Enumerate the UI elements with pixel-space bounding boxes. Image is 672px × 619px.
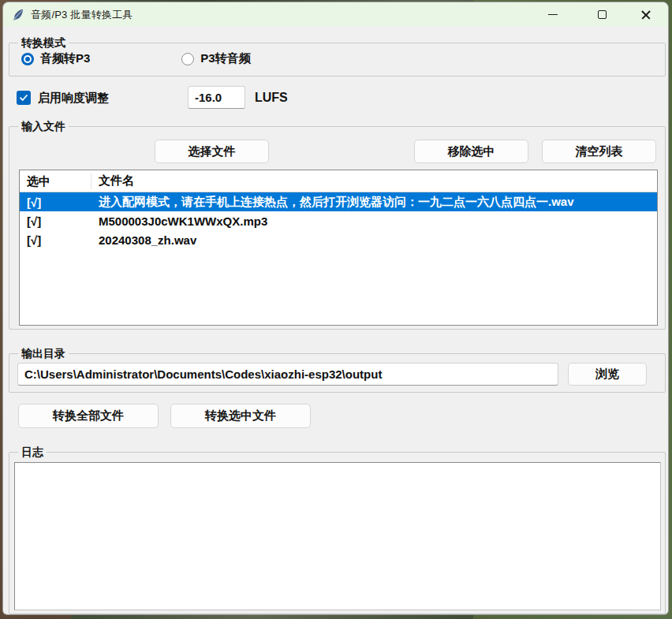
radio-on-icon (21, 53, 34, 65)
radio-p3-to-audio[interactable]: P3转音频 (181, 51, 250, 66)
row-checked-cell[interactable]: [√] (20, 233, 91, 247)
column-header-checked[interactable]: 选中 (20, 173, 91, 189)
file-table-body: [√]进入配网模式，请在手机上连接热点，然后打开浏览器访问：一九二点一六八点四点… (20, 192, 657, 249)
action-buttons-row: 转换全部文件 转换选中文件 (18, 404, 311, 428)
remove-selected-button[interactable]: 移除选中 (414, 140, 528, 163)
output-path-input[interactable] (17, 363, 558, 386)
loudness-checkbox-label: 启用响度调整 (38, 91, 109, 106)
app-window: 音频/P3 批量转换工具 转换模式 音频转P3 P3转音频 启用响度调整 LUF… (2, 2, 669, 615)
file-table-header: 选中 文件名 (20, 170, 657, 192)
output-dir-label: 输出目录 (18, 346, 69, 361)
radio-audio-to-p3[interactable]: 音频转P3 (21, 51, 90, 66)
log-group-label: 日志 (18, 445, 47, 460)
convert-selected-button[interactable]: 转换选中文件 (170, 404, 311, 428)
output-dir-groupbox: 输出目录 浏览 (9, 353, 666, 393)
row-filename-cell[interactable]: 进入配网模式，请在手机上连接热点，然后打开浏览器访问：一九二点一六八点四点一.w… (91, 195, 657, 210)
loudness-row: 启用响度调整 LUFS (17, 86, 655, 110)
minimize-icon (548, 14, 558, 15)
input-files-groupbox: 输入文件 选择文件 移除选中 清空列表 选中 文件名 [√]进入配网模式，请在手… (9, 126, 666, 330)
table-row[interactable]: [√]进入配网模式，请在手机上连接热点，然后打开浏览器访问：一九二点一六八点四点… (20, 192, 657, 211)
clear-list-button[interactable]: 清空列表 (542, 140, 656, 163)
check-icon (19, 93, 28, 103)
maximize-button[interactable] (588, 2, 615, 27)
titlebar: 音频/P3 批量转换工具 (3, 2, 668, 27)
radio-p3-to-audio-label: P3转音频 (200, 51, 250, 66)
column-header-filename[interactable]: 文件名 (91, 173, 657, 188)
close-icon (640, 9, 651, 21)
table-row[interactable]: [√]M500003J0cWK1WWxQX.mp3 (20, 211, 657, 230)
file-table: 选中 文件名 [√]进入配网模式，请在手机上连接热点，然后打开浏览器访问：一九二… (19, 170, 658, 326)
mode-group-label: 转换模式 (18, 35, 69, 50)
row-checked-cell[interactable]: [√] (20, 214, 91, 228)
radio-audio-to-p3-label: 音频转P3 (40, 51, 90, 66)
maximize-icon (598, 10, 607, 19)
log-groupbox: 日志 (9, 452, 666, 614)
table-row[interactable]: [√]20240308_zh.wav (20, 230, 657, 249)
mode-radio-row: 音频转P3 P3转音频 (21, 51, 251, 66)
select-files-button[interactable]: 选择文件 (155, 140, 269, 163)
python-feather-icon (12, 9, 24, 21)
lufs-value-input[interactable] (188, 86, 245, 109)
row-checked-cell[interactable]: [√] (20, 196, 91, 209)
browse-button[interactable]: 浏览 (568, 363, 647, 386)
loudness-checkbox[interactable] (17, 91, 31, 105)
row-filename-cell[interactable]: 20240308_zh.wav (91, 233, 657, 247)
input-files-group-label: 输入文件 (18, 119, 69, 134)
close-button[interactable] (633, 2, 659, 27)
convert-all-button[interactable]: 转换全部文件 (18, 404, 159, 428)
lufs-unit-label: LUFS (255, 91, 288, 105)
radio-off-icon (181, 53, 194, 65)
window-title: 音频/P3 批量转换工具 (31, 8, 133, 22)
row-filename-cell[interactable]: M500003J0cWK1WWxQX.mp3 (91, 214, 657, 228)
log-textarea[interactable] (14, 462, 661, 610)
minimize-button[interactable] (539, 2, 566, 27)
mode-groupbox: 转换模式 音频转P3 P3转音频 (9, 43, 666, 76)
